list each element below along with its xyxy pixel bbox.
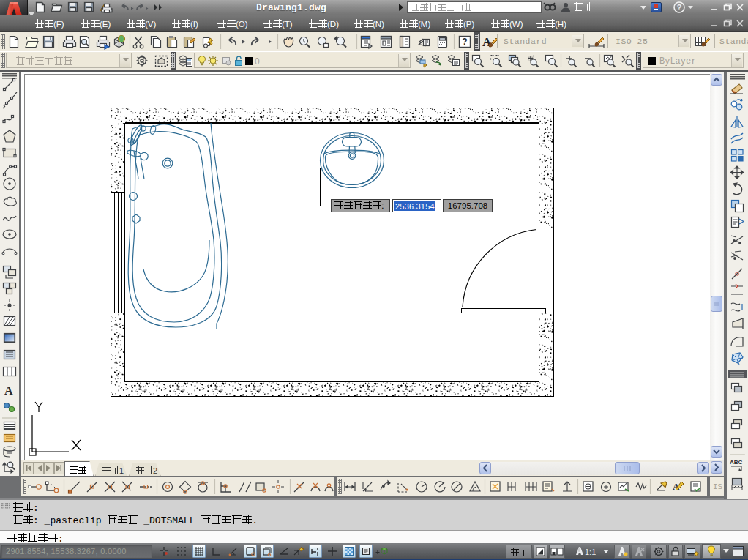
svg-text:A: A [4,384,13,397]
svg-text:?: ? [462,37,467,47]
svg-text:?: ? [677,3,682,12]
svg-text:1:1: 1:1 [585,548,596,556]
svg-text:ABC: ABC [730,459,743,466]
